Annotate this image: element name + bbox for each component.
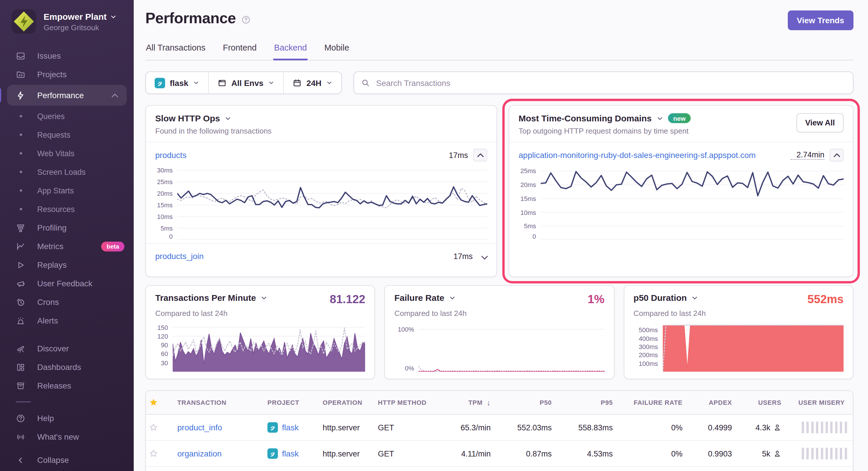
products-join-link[interactable]: products_join (155, 251, 204, 261)
y-axis-tick: 15ms (520, 195, 536, 202)
transaction-row-products-join: products_join 17ms (146, 243, 496, 268)
star-outline-icon[interactable] (149, 423, 158, 432)
sidebar-item-label: Web Vitals (37, 149, 74, 158)
view-all-button[interactable]: View All (797, 113, 844, 132)
environment-icon (217, 78, 227, 88)
sidebar-item-label: Replays (37, 260, 67, 269)
column-header-transaction[interactable]: TRANSACTION (173, 399, 263, 406)
broadcast-icon (16, 432, 26, 442)
new-badge: new (668, 113, 691, 123)
sidebar-item-profiling[interactable]: Profiling (0, 218, 134, 237)
sidebar-item-requests[interactable]: Requests (0, 126, 134, 144)
domain-time-spent: 2.74min (791, 150, 825, 160)
failure-rate-title-row[interactable]: Failure Rate (395, 293, 456, 303)
tab-backend[interactable]: Backend (274, 39, 308, 60)
column-header-user-misery[interactable]: USER MISERY (786, 399, 853, 406)
date-range-filter[interactable]: 24H (283, 72, 341, 94)
sidebar-item-discover[interactable]: Discover (0, 339, 134, 358)
transaction-row-products: products 17ms (146, 142, 496, 164)
domains-title-row[interactable]: Most Time-Consuming Domains new (519, 113, 691, 123)
p50-title-row[interactable]: p50 Duration (633, 293, 698, 303)
project-link[interactable]: flask (282, 449, 299, 458)
sidebar-item-label: Queries (37, 112, 65, 121)
chevron-down-icon (261, 294, 268, 301)
sidebar-item-app-starts[interactable]: App Starts (0, 181, 134, 200)
products-join-duration: 17ms (448, 252, 473, 261)
archive-icon (16, 381, 26, 391)
search-input[interactable] (375, 77, 846, 88)
user-icon (773, 449, 781, 458)
project-link[interactable]: flask (282, 423, 299, 432)
sidebar-item-label: Releases (37, 381, 71, 390)
transactions-table: TRANSACTION PROJECT OPERATION HTTP METHO… (145, 390, 854, 471)
bullet-icon (16, 189, 26, 192)
domain-link[interactable]: application-monitoring-ruby-dot-sales-en… (519, 150, 756, 160)
column-header-p95[interactable]: P95 (556, 399, 617, 406)
transaction-link[interactable]: product_info (177, 423, 222, 432)
sidebar-item-projects[interactable]: Projects (0, 65, 134, 83)
tab-frontend[interactable]: Frontend (222, 39, 257, 60)
org-switcher[interactable]: Empower Plant George Gritsouk (0, 0, 134, 34)
lightning-icon (16, 90, 26, 100)
sidebar-item-label: Help (37, 413, 54, 423)
y-axis-tick: 500ms (639, 326, 658, 333)
org-name: Empower Plant (43, 11, 107, 22)
sidebar-item-user-feedback[interactable]: User Feedback (0, 274, 134, 293)
column-header-operation[interactable]: OPERATION (318, 399, 373, 406)
sidebar-item-replays[interactable]: Replays (0, 256, 134, 274)
sidebar-item-help[interactable]: Help (0, 409, 134, 428)
tpm-title-row[interactable]: Transactions Per Minute (155, 293, 268, 303)
bullet-icon (16, 152, 26, 155)
environment-filter[interactable]: All Envs (208, 72, 283, 94)
products-link[interactable]: products (155, 150, 186, 160)
y-axis-tick: 10ms (520, 209, 536, 216)
sidebar-item-issues[interactable]: Issues (0, 46, 134, 65)
project-filter[interactable]: flask (146, 72, 208, 94)
column-header-http-method[interactable]: HTTP METHOD (373, 399, 437, 406)
sidebar-collapse-button[interactable]: Collapse (0, 451, 134, 469)
column-header-failure-rate[interactable]: FAILURE RATE (617, 399, 687, 406)
sidebar-item-whats-new[interactable]: What's new (0, 428, 134, 446)
help-icon[interactable] (241, 15, 250, 24)
y-axis-tick: 25ms (520, 168, 536, 174)
star-filled-icon[interactable] (149, 398, 158, 407)
sidebar-item-queries[interactable]: Queries (0, 107, 134, 126)
active-indicator (0, 88, 1, 103)
tab-mobile[interactable]: Mobile (324, 39, 350, 60)
failure-rate-chart: 100%0% (395, 323, 604, 372)
view-trends-button[interactable]: View Trends (787, 10, 854, 30)
y-axis-tick: 5ms (160, 225, 173, 232)
expand-row-button[interactable] (479, 253, 487, 260)
sidebar-item-performance[interactable]: Performance (7, 85, 127, 106)
nav-divider (16, 401, 31, 402)
star-outline-icon[interactable] (149, 449, 158, 458)
y-axis-tick: 15ms (157, 202, 173, 208)
column-header-users[interactable]: USERS (737, 399, 786, 406)
transaction-link[interactable]: organization (177, 449, 222, 458)
chevron-down-icon (110, 13, 117, 20)
sidebar-item-dashboards[interactable]: Dashboards (0, 358, 134, 376)
tab-all-transactions[interactable]: All Transactions (145, 39, 206, 60)
collapse-row-button[interactable] (473, 149, 487, 162)
sidebar-item-web-vitals[interactable]: Web Vitals (0, 144, 134, 163)
domains-panel-wrapper: Most Time-Consuming Domains new Top outg… (509, 105, 854, 277)
sidebar-item-alerts[interactable]: Alerts (0, 311, 134, 330)
sidebar-item-label: Crons (37, 297, 59, 307)
chevron-down-icon (326, 79, 333, 86)
failure-rate-cell: 0% (617, 449, 687, 458)
column-header-p50[interactable]: P50 (495, 399, 556, 406)
calendar-icon (292, 78, 302, 88)
column-header-project[interactable]: PROJECT (263, 399, 318, 406)
column-header-apdex[interactable]: APDEX (687, 399, 737, 406)
slow-http-ops-title-row[interactable]: Slow HTTP Ops (155, 113, 272, 123)
column-header-tpm[interactable]: TPM↓ (437, 398, 495, 407)
sidebar-item-metrics[interactable]: Metricsbeta (0, 237, 134, 256)
sidebar-item-screen-loads[interactable]: Screen Loads (0, 163, 134, 181)
sidebar-item-releases[interactable]: Releases (0, 376, 134, 395)
sidebar-item-label: Screen Loads (37, 168, 86, 176)
domains-header: Most Time-Consuming Domains new Top outg… (509, 106, 853, 142)
sidebar-item-crons[interactable]: Crons (0, 293, 134, 311)
panel-subtitle: Compared to last 24h (155, 309, 365, 318)
sidebar-item-resources[interactable]: Resources (0, 200, 134, 218)
collapse-row-button[interactable] (830, 149, 844, 162)
